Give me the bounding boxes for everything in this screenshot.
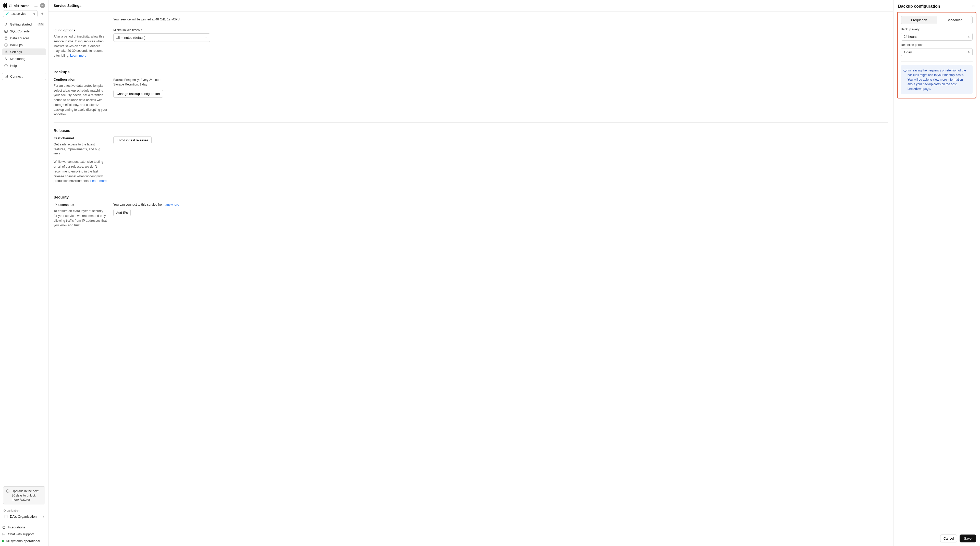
releases-learn-more-link[interactable]: Learn more xyxy=(90,179,107,183)
idling-desc: After a period of inactivity, allow this… xyxy=(54,34,107,58)
divider xyxy=(901,61,973,62)
security-desc: To ensure an extra layer of security for… xyxy=(54,209,107,228)
releases-title: Releases xyxy=(54,129,888,133)
backups-title: Backups xyxy=(54,70,888,74)
svg-rect-8 xyxy=(5,515,7,518)
progress-badge: 1/5 xyxy=(38,23,44,26)
backups-sub: Configuration xyxy=(54,78,107,81)
idle-timeout-select[interactable]: 15 minutes (default) ⇅ xyxy=(113,33,210,42)
avatar[interactable]: DA xyxy=(40,3,45,8)
sidebar-item-data-sources[interactable]: Data sources xyxy=(2,35,46,41)
sidebar-item-label: Backups xyxy=(10,43,23,47)
help-icon xyxy=(4,64,8,68)
cancel-button[interactable]: Cancel xyxy=(940,535,957,543)
sidebar-item-label: Settings xyxy=(10,50,22,54)
tab-frequency[interactable]: Frequency xyxy=(901,16,937,24)
puzzle-icon xyxy=(2,525,6,529)
svg-point-1 xyxy=(5,37,7,38)
connect-icon xyxy=(4,75,8,78)
backup-config-panel: Backup configuration Frequency Scheduled… xyxy=(893,0,980,546)
sidebar-item-label: Getting started xyxy=(10,22,32,26)
brand-name: ClickHouse xyxy=(9,3,30,8)
activity-icon xyxy=(4,57,8,61)
sidebar-item-backups[interactable]: Backups xyxy=(2,41,46,48)
security-title: Security xyxy=(54,195,888,199)
close-icon[interactable] xyxy=(972,4,975,9)
enroll-fast-releases-button[interactable]: Enroll in fast releases xyxy=(113,136,151,144)
retention-select[interactable]: 1 day ⇅ xyxy=(901,48,973,56)
releases-desc2: While we conduct extensive testing on al… xyxy=(54,159,107,183)
service-emoji: 🧪 xyxy=(5,12,9,16)
terminal-icon xyxy=(4,29,8,33)
idle-timeout-value: 15 minutes (default) xyxy=(116,36,145,40)
svg-rect-0 xyxy=(5,30,7,33)
ip-connect-line: You can connect to this service from any… xyxy=(113,203,210,206)
idling-title: Idling options xyxy=(54,28,107,32)
highlighted-config-area: Frequency Scheduled Backup every 24 hour… xyxy=(897,12,977,98)
releases-desc1: Get early access to the latest features,… xyxy=(54,142,107,156)
section-releases: Releases Fast channel Get early access t… xyxy=(54,123,888,189)
sidebar: ClickHouse DA 🧪 test service ⇅ + Getting… xyxy=(0,0,48,546)
bell-icon[interactable] xyxy=(34,3,38,8)
chevron-right-icon: › xyxy=(43,515,44,518)
backup-every-label: Backup every xyxy=(901,27,973,31)
connect-button[interactable]: Connect xyxy=(2,73,46,80)
svg-point-3 xyxy=(5,52,6,52)
sidebar-item-integrations[interactable]: Integrations xyxy=(0,524,48,531)
chevron-updown-icon: ⇅ xyxy=(968,51,970,54)
org-selector[interactable]: DA's Organization › xyxy=(2,513,46,520)
sidebar-item-label: Chat with support xyxy=(8,532,34,536)
save-button[interactable]: Save xyxy=(959,535,976,543)
sidebar-item-label: Integrations xyxy=(8,525,25,529)
change-backup-config-button[interactable]: Change backup configuration xyxy=(113,90,163,98)
pin-hint: Your service will be pinned at 48 GiB, 1… xyxy=(113,17,210,21)
backup-every-value: 24 hours xyxy=(904,35,917,38)
service-selector[interactable]: 🧪 test service ⇅ xyxy=(3,10,38,17)
upgrade-text: Upgrade in the next 30 days to unlock mo… xyxy=(12,489,42,502)
svg-point-2 xyxy=(6,51,7,52)
cost-notice: ⓘ Increasing the frequency or retention … xyxy=(901,65,973,94)
backup-retention-line: Storage Retention: 1 day xyxy=(113,82,210,87)
upgrade-callout[interactable]: Upgrade in the next 30 days to unlock mo… xyxy=(3,486,45,505)
add-service-button[interactable]: + xyxy=(40,11,45,17)
section-backups: Backups Configuration For an effective d… xyxy=(54,64,888,123)
main: Service Settings Your service will be pi… xyxy=(48,0,893,546)
anywhere-link[interactable]: anywhere xyxy=(165,203,179,206)
connect-label: Connect xyxy=(10,75,22,78)
org-name: DA's Organization xyxy=(10,514,37,519)
sidebar-item-settings[interactable]: Settings xyxy=(2,48,46,56)
sidebar-item-monitoring[interactable]: Monitoring xyxy=(2,56,46,62)
history-icon xyxy=(4,43,8,47)
database-icon xyxy=(4,36,8,40)
sidebar-item-help[interactable]: Help xyxy=(2,62,46,69)
idle-timeout-label: Minimum idle timeout xyxy=(113,28,210,32)
primary-nav: Getting started 1/5 SQL Console Data sou… xyxy=(0,20,48,70)
sidebar-item-label: Data sources xyxy=(10,36,30,40)
backup-mode-tabs: Frequency Scheduled xyxy=(901,16,973,24)
page-title: Service Settings xyxy=(48,0,893,11)
status-dot-icon xyxy=(2,540,4,542)
tab-scheduled[interactable]: Scheduled xyxy=(937,16,973,24)
org-section-label: Organization xyxy=(0,506,48,513)
sidebar-item-label: Monitoring xyxy=(10,57,25,61)
backup-frequency-line: Backup Frequency: Every 24 hours xyxy=(113,78,210,82)
section-security: Security IP access list To ensure an ext… xyxy=(54,189,888,233)
idling-learn-more-link[interactable]: Learn more xyxy=(70,54,86,57)
chat-icon xyxy=(2,532,6,536)
chevron-updown-icon: ⇅ xyxy=(33,13,35,15)
chevron-updown-icon: ⇅ xyxy=(968,35,970,38)
notice-text: Increasing the frequency or retention of… xyxy=(907,69,966,90)
backup-every-select[interactable]: 24 hours ⇅ xyxy=(901,33,973,41)
sidebar-item-chat[interactable]: Chat with support xyxy=(0,531,48,538)
sliders-icon xyxy=(4,50,8,54)
backups-desc: For an effective data protection plan, s… xyxy=(54,83,107,117)
sidebar-item-getting-started[interactable]: Getting started 1/5 xyxy=(2,21,46,28)
sidebar-item-label: Help xyxy=(10,64,17,68)
org-icon xyxy=(4,514,8,519)
add-ips-button[interactable]: Add IPs xyxy=(113,209,130,216)
sidebar-item-sql-console[interactable]: SQL Console xyxy=(2,28,46,35)
section-idling: Idling options After a period of inactiv… xyxy=(54,23,888,64)
sidebar-item-label: SQL Console xyxy=(10,29,30,33)
sidebar-item-status[interactable]: All systems operational xyxy=(0,538,48,544)
service-name: test service xyxy=(11,12,26,16)
